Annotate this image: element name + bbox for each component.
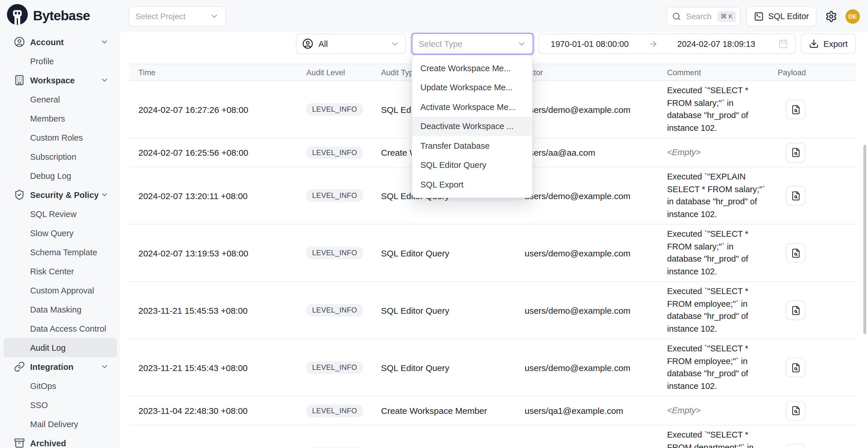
sidebar-item-label: Archived xyxy=(30,439,66,448)
audit-type-dropdown-menu: Create Workspace Me... Update Workspace … xyxy=(412,55,533,198)
search-icon xyxy=(672,12,681,21)
audit-type-select[interactable]: Select Type xyxy=(412,33,533,55)
menu-item-sql-export[interactable]: SQL Export xyxy=(412,175,532,194)
sidebar-item-custom-roles[interactable]: Custom Roles xyxy=(3,128,117,147)
table-row: 2023-11-04 22:48:30 +08:00 LEVEL_INFO Cr… xyxy=(129,396,856,425)
menu-item-deactivate-workspace-member[interactable]: Deactivate Workspace ... xyxy=(412,117,532,136)
actor-cell: users/demo@example.com xyxy=(525,363,667,373)
menu-item-transfer-database[interactable]: Transfer Database xyxy=(412,136,532,155)
sidebar-item-account[interactable]: Account xyxy=(3,32,117,52)
table-row: 2024-02-07 13:19:53 +08:00 LEVEL_INFO SQ… xyxy=(129,225,856,282)
actor-filter-select[interactable]: All xyxy=(296,34,406,54)
sidebar-item-security-policy[interactable]: Security & Policy xyxy=(3,185,117,204)
sidebar-item-members[interactable]: Members xyxy=(3,109,117,128)
view-payload-button[interactable] xyxy=(786,300,805,320)
time-cell: 2023-11-21 15:45:53 +08:00 xyxy=(129,305,306,315)
menu-item-update-workspace-member[interactable]: Update Workspace Me... xyxy=(412,78,532,97)
building-icon xyxy=(14,75,25,86)
project-select[interactable]: Select Project xyxy=(129,6,226,26)
sidebar-item-general[interactable]: General xyxy=(3,90,117,109)
archive-icon xyxy=(14,438,25,448)
export-button[interactable]: Export xyxy=(801,34,856,54)
sidebar-item-data-access-control[interactable]: Data Access Control xyxy=(3,319,117,338)
audit-level-badge: LEVEL_INFO xyxy=(306,304,363,317)
sidebar-item-risk-center[interactable]: Risk Center xyxy=(3,262,117,281)
menu-item-activate-workspace-member[interactable]: Activate Workspace Me... xyxy=(412,97,532,117)
bytebase-app: Bytebase Account Profile Workspace Gener… xyxy=(0,0,868,448)
column-header-actor: Actor xyxy=(525,68,667,77)
sidebar: Bytebase Account Profile Workspace Gener… xyxy=(0,0,120,448)
sidebar-item-integration[interactable]: Integration xyxy=(3,357,117,376)
payload-cell xyxy=(778,444,856,448)
sidebar-item-label: Security & Policy xyxy=(30,190,99,199)
view-payload-button[interactable] xyxy=(786,186,805,205)
sidebar-item-custom-approval[interactable]: Custom Approval xyxy=(3,281,117,300)
audit-level-badge: LEVEL_INFO xyxy=(306,361,363,374)
actor-cell: users/aa@aa.com xyxy=(525,148,667,157)
chevron-down-icon xyxy=(100,38,109,46)
menu-item-sql-editor-query[interactable]: SQL Editor Query xyxy=(412,155,532,175)
sidebar-item-gitops[interactable]: GitOps xyxy=(3,376,117,395)
avatar[interactable]: DE xyxy=(845,9,860,24)
chevron-down-icon xyxy=(100,362,109,371)
menu-item-create-workspace-member[interactable]: Create Workspace Me... xyxy=(412,59,532,78)
terminal-square-icon xyxy=(754,11,764,21)
sidebar-item-sql-review[interactable]: SQL Review xyxy=(3,204,117,223)
search-input[interactable] xyxy=(685,11,713,22)
search-box[interactable]: ⌘ K xyxy=(666,7,740,26)
payload-cell xyxy=(778,100,856,119)
sidebar-item-schema-template[interactable]: Schema Template xyxy=(3,243,117,262)
comment-cell: Executed `"EXPLAIN SELECT * FROM salary;… xyxy=(667,167,778,224)
topbar: Select Project ⌘ K SQL Editor DE xyxy=(120,0,868,32)
audit-level-cell: LEVEL_INFO xyxy=(306,247,381,259)
sidebar-item-archived[interactable]: Archived xyxy=(3,434,117,448)
gear-icon xyxy=(825,10,837,22)
search-shortcut-badge: ⌘ K xyxy=(717,11,736,22)
date-range-picker[interactable]: 1970-01-01 08:00:00 2024-02-07 18:09:13 xyxy=(538,34,796,54)
file-search-icon xyxy=(791,363,801,373)
view-payload-button[interactable] xyxy=(786,358,805,377)
time-cell: 2023-11-04 22:48:30 +08:00 xyxy=(129,406,306,416)
date-start-value: 1970-01-01 08:00:00 xyxy=(551,39,628,48)
chevron-down-icon xyxy=(100,76,109,85)
audit-type-cell: SQL Editor Query xyxy=(381,248,525,258)
shield-check-icon xyxy=(14,189,25,200)
sidebar-item-subscription[interactable]: Subscription xyxy=(3,147,117,166)
audit-type-cell: SQL Editor Query xyxy=(381,363,525,373)
column-header-comment: Comment xyxy=(667,68,778,77)
view-payload-button[interactable] xyxy=(786,444,805,448)
audit-level-badge: LEVEL_INFO xyxy=(306,189,363,202)
column-header-audit-level: Audit Level xyxy=(306,68,381,77)
audit-level-cell: LEVEL_INFO xyxy=(306,189,381,202)
file-search-icon xyxy=(791,191,801,200)
arrow-right-icon xyxy=(648,39,657,48)
sidebar-item-sso[interactable]: SSO xyxy=(3,395,117,414)
sidebar-item-data-masking[interactable]: Data Masking xyxy=(3,300,117,319)
actor-cell: users/qa1@example.com xyxy=(525,406,667,416)
audit-level-cell: LEVEL_INFO xyxy=(306,146,381,159)
sidebar-item-profile[interactable]: Profile xyxy=(3,52,117,71)
scrollbar-thumb[interactable] xyxy=(863,145,866,334)
view-payload-button[interactable] xyxy=(786,100,805,119)
sql-editor-button[interactable]: SQL Editor xyxy=(746,6,816,26)
table-row: 2023-11-04 21:26:24 +08:00 LEVEL_INFO SQ… xyxy=(129,425,856,448)
sidebar-item-debug-log[interactable]: Debug Log xyxy=(3,166,117,185)
time-cell: 2024-02-07 16:25:56 +08:00 xyxy=(129,148,306,157)
comment-cell: Executed `"SELECT * FROM salary;"` in da… xyxy=(667,81,778,138)
sidebar-item-workspace[interactable]: Workspace xyxy=(3,71,117,90)
payload-cell xyxy=(778,186,856,205)
actor-cell: users/demo@example.com xyxy=(525,191,667,200)
audit-level-cell: LEVEL_INFO xyxy=(306,404,381,417)
view-payload-button[interactable] xyxy=(786,243,805,263)
chevron-down-icon xyxy=(390,39,400,48)
sidebar-item-mail-delivery[interactable]: Mail Delivery xyxy=(3,414,117,434)
audit-log-content: All Select Type 1970-01-01 08:00:00 2024… xyxy=(120,32,868,448)
bytebase-mascot-icon xyxy=(7,4,28,27)
settings-button[interactable] xyxy=(822,7,840,25)
payload-cell xyxy=(778,300,856,320)
view-payload-button[interactable] xyxy=(786,401,805,420)
sidebar-item-slow-query[interactable]: Slow Query xyxy=(3,223,117,243)
view-payload-button[interactable] xyxy=(786,143,805,162)
sidebar-item-audit-log[interactable]: Audit Log xyxy=(3,338,117,357)
brand-logo[interactable]: Bytebase xyxy=(0,0,120,31)
